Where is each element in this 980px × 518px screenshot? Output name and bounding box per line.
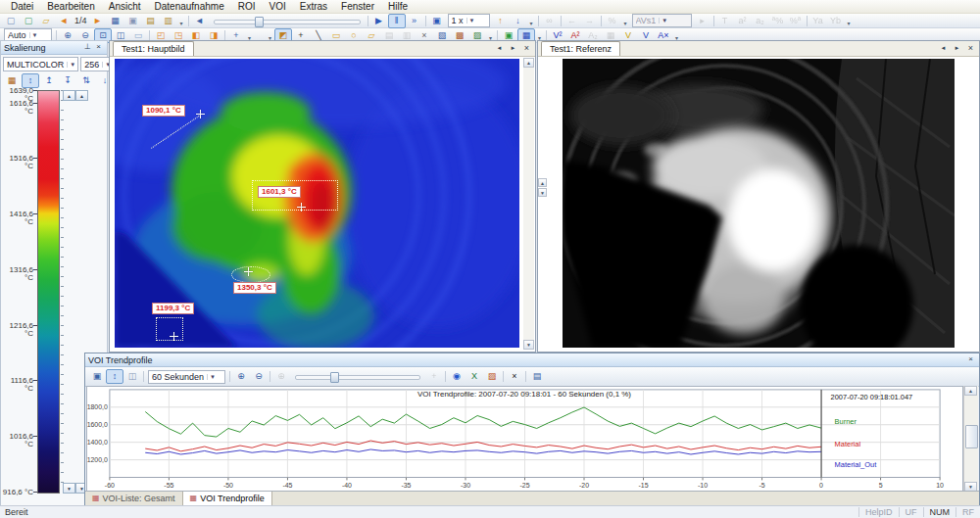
fast-forward-icon[interactable]: » [406, 14, 423, 28]
play-icon[interactable]: ▶ [370, 14, 388, 28]
marker-ya-icon[interactable]: Ya [809, 14, 827, 28]
menu-voi[interactable]: VOI [262, 1, 292, 13]
pause-icon[interactable]: ‖ [388, 14, 406, 28]
menu-extras[interactable]: Extras [293, 1, 334, 13]
scrollbar-thumb[interactable] [965, 425, 978, 448]
main-image-scrollbar[interactable]: ▲ ▼ [523, 58, 534, 350]
bottom-tab-voi-liste-gesamt[interactable]: ▦VOI-Liste: Gesamt [85, 492, 183, 505]
step-up-icon[interactable]: ↑ [492, 14, 510, 28]
undo-icon[interactable]: ← [564, 14, 581, 28]
new-analysis-icon[interactable]: ▢ [20, 14, 37, 28]
scroll-up-icon[interactable]: ▲ [964, 386, 977, 396]
label-percent-icon[interactable]: ª% [769, 14, 787, 28]
label-percent2-icon[interactable]: %ª [787, 14, 805, 28]
annotation-overflow-button[interactable]: ▾ [845, 14, 854, 27]
tab-prev-icon[interactable]: ◄ [493, 42, 506, 55]
next-image-icon[interactable]: ► [89, 14, 107, 28]
trend-chart[interactable]: -60-55-50-45-40-35-30-25-20-15-10-505101… [86, 386, 963, 492]
roi-rect-marker-icon[interactable] [297, 203, 306, 212]
timeline-slider[interactable] [214, 17, 361, 25]
chart-pan-icon[interactable]: ◫ [123, 369, 141, 384]
copy-chart-icon[interactable]: ▣ [88, 369, 106, 384]
scale-span-button[interactable]: ⇅ [77, 73, 95, 88]
zoom-time-out-icon[interactable]: ⊖ [250, 369, 268, 384]
text-tool-icon[interactable]: T [716, 14, 734, 28]
zoom-time-in-icon[interactable]: ⊕ [232, 369, 250, 384]
roi-ellipse-marker-icon[interactable] [244, 267, 253, 276]
save-icon[interactable]: ▦ [107, 14, 124, 28]
marker-yb-icon[interactable]: Yb [827, 14, 845, 28]
tab-referenz[interactable]: Test1: Referenz [541, 41, 620, 56]
tab-next-icon[interactable]: ► [507, 42, 519, 55]
label-temp-icon[interactable]: a² [734, 14, 752, 28]
scroll-up-icon[interactable]: ▲ [523, 58, 534, 68]
redo-icon[interactable]: → [581, 14, 599, 28]
link-views-icon[interactable]: ∞ [541, 14, 559, 28]
spot-temperature-label[interactable]: 1090,1 °C [142, 105, 185, 117]
roi-square-temperature-label[interactable]: 1199,3 °C [152, 303, 194, 314]
reference-image[interactable] [563, 59, 955, 348]
export-report-icon[interactable]: ▥ [160, 14, 177, 28]
bottom-tab-voi-trendprofile[interactable]: ▦VOI Trendprofile [183, 492, 272, 505]
tab-close-icon[interactable]: × [964, 42, 977, 55]
edit-overflow-button[interactable]: ▾ [621, 14, 630, 27]
chart-scrollbar[interactable]: ▲ ▼ [963, 386, 978, 492]
new-document-icon[interactable]: ▢ [2, 14, 20, 28]
scale-min-up-spinner[interactable]: ▼ [63, 483, 75, 494]
tab-hauptbild[interactable]: Test1: Hauptbild [113, 41, 194, 56]
thermal-image[interactable]: 1090,1 °C 1601,3 °C 1350,3 °C 1199,3 °C [115, 59, 519, 348]
menu-hilfe[interactable]: Hilfe [381, 1, 415, 13]
avi-play-icon[interactable]: ▸ [694, 14, 711, 28]
close-icon[interactable]: × [93, 42, 104, 53]
record-frame-icon[interactable]: ▣ [428, 14, 446, 28]
label-temp2-icon[interactable]: a₂ [752, 14, 769, 28]
menu-datei[interactable]: Datei [4, 1, 40, 13]
roi-ellipse-temperature-label[interactable]: 1350,3 °C [233, 282, 276, 294]
fit-vertical-icon[interactable]: ↕ [106, 369, 123, 384]
spot-marker-icon[interactable] [196, 110, 205, 118]
palette-combo[interactable]: MULTICOLOR ▼ [3, 57, 78, 71]
snapshot-icon[interactable]: % [604, 14, 621, 28]
visibility-icon[interactable]: ◉ [448, 369, 466, 384]
speaker-icon[interactable]: ◄ [191, 14, 209, 28]
export-image-icon[interactable]: ▤ [142, 14, 160, 28]
scroll-down-icon[interactable]: ▼ [538, 188, 547, 197]
slider-thumb[interactable] [330, 372, 339, 383]
scale-max-button[interactable]: ↥ [40, 73, 58, 88]
zoom-reset-icon[interactable]: ⊕ [272, 369, 290, 384]
speed-combo[interactable]: 1 x▼ [448, 14, 490, 27]
excel-export-icon[interactable]: X [466, 369, 483, 384]
slider-thumb[interactable] [255, 17, 264, 27]
scroll-down-icon[interactable]: ▼ [523, 340, 534, 350]
pin-icon[interactable]: ⊥ [82, 42, 93, 53]
menu-bearbeiten[interactable]: Bearbeiten [40, 1, 101, 13]
roi-rect-temperature-label[interactable]: 1601,3 °C [258, 186, 301, 198]
scroll-up-icon[interactable]: ▲ [538, 178, 547, 187]
close-icon[interactable]: × [965, 354, 976, 365]
scale-max-down-spinner[interactable]: ▲ [75, 90, 88, 101]
scale-max-up-spinner[interactable]: ▲ [63, 90, 75, 101]
prev-image-icon[interactable]: ◄ [55, 14, 73, 28]
menu-roi[interactable]: ROI [231, 1, 263, 13]
chart-cursor-icon[interactable]: + [425, 369, 443, 384]
menu-ansicht[interactable]: Ansicht [102, 1, 148, 13]
avi-combo[interactable]: AVs1▼ [632, 14, 692, 27]
print-icon[interactable]: ▤ [528, 369, 546, 384]
step-down-icon[interactable]: ↓ [510, 14, 527, 28]
tab-next-icon[interactable]: ► [951, 42, 963, 55]
menu-fenster[interactable]: Fenster [334, 1, 381, 13]
tab-close-icon[interactable]: × [520, 42, 533, 55]
menu-datenaufnahme[interactable]: Datenaufnahme [148, 1, 231, 13]
color-scale-bar[interactable] [37, 90, 60, 494]
tab-prev-icon[interactable]: ◄ [937, 42, 950, 55]
chart-options-icon[interactable]: ▨ [483, 369, 501, 384]
copy-image-icon[interactable]: ▣ [124, 14, 142, 28]
file-overflow-button[interactable]: ▾ [177, 14, 186, 27]
time-range-slider[interactable] [295, 372, 420, 381]
interval-combo[interactable]: 60 Sekunden▼ [148, 370, 225, 384]
delete-curve-icon[interactable]: × [506, 369, 523, 384]
roi-square-marker-icon[interactable] [170, 332, 178, 341]
scale-min-button[interactable]: ↧ [59, 73, 76, 88]
play-overflow-button[interactable]: ▾ [527, 14, 536, 27]
open-icon[interactable]: ▱ [37, 14, 55, 28]
